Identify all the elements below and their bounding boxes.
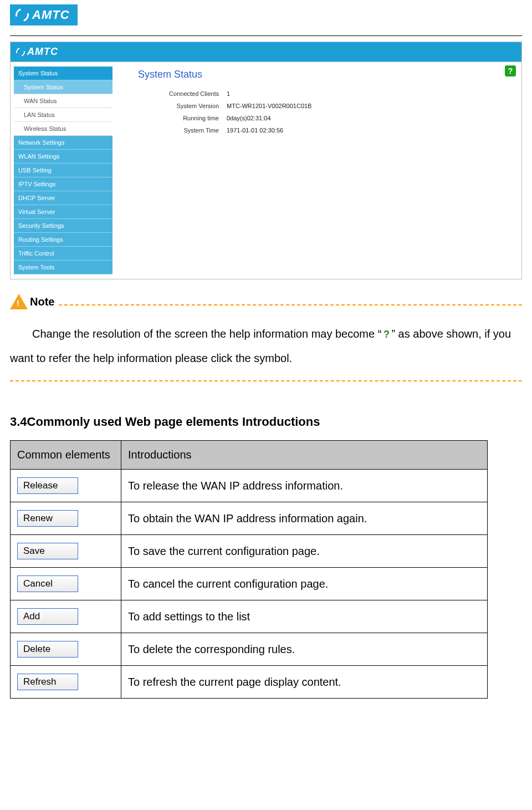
warning-icon xyxy=(10,294,28,309)
table-desc: To save the current configuration page. xyxy=(121,535,488,568)
admin-sidebar: System Status System Status WAN Status L… xyxy=(11,62,116,279)
elements-table: Common elements Introductions Release To… xyxy=(10,440,488,699)
sidebar-group-dhcp-server[interactable]: DHCP Server xyxy=(14,191,112,205)
table-row: Renew To obtain the WAN IP address infor… xyxy=(11,502,488,535)
add-button[interactable]: Add xyxy=(17,608,78,625)
sidebar-group-label: Security Settings xyxy=(18,222,64,229)
help-icon[interactable]: ? xyxy=(505,65,516,77)
status-row: System Time1971-01-01 02:30:56 xyxy=(138,127,511,134)
document-page: AMTC AMTC System Status System Status WA… xyxy=(0,0,532,699)
status-row: System VersionMTC-WR1201-V002R001C01B xyxy=(138,103,511,109)
table-header-elements: Common elements xyxy=(11,441,121,470)
table-row: Delete To delete the corresponding rules… xyxy=(11,633,488,666)
help-icon-glyph: ? xyxy=(508,67,513,75)
status-row: Connected Clients1 xyxy=(138,90,511,97)
table-desc: To add settings to the list xyxy=(121,600,488,633)
admin-content: ? System Status Connected Clients1 Syste… xyxy=(116,62,521,279)
sidebar-group-label: Triffic Control xyxy=(18,250,54,257)
sidebar-item-label: System Status xyxy=(24,84,63,90)
status-key: Running time xyxy=(138,115,227,121)
table-row: Refresh To refresh the current page disp… xyxy=(11,666,488,699)
admin-body: System Status System Status WAN Status L… xyxy=(11,62,521,279)
section-heading: 3.4Commonly used Web page elements Intro… xyxy=(10,415,522,429)
sidebar-group-iptv-settings[interactable]: IPTV Settings xyxy=(14,177,112,191)
status-value: 1971-01-01 02:30:56 xyxy=(227,127,283,134)
content-title: System Status xyxy=(138,69,511,80)
sidebar-group-security-settings[interactable]: Security Settings xyxy=(14,219,112,233)
note-end-divider xyxy=(10,380,522,381)
status-value: 1 xyxy=(227,90,230,97)
sidebar-group-label: WLAN Settings xyxy=(18,153,60,160)
note-dashed-line xyxy=(59,304,522,305)
sidebar-item-label: WAN Status xyxy=(24,98,57,104)
question-mark-icon: ? xyxy=(381,330,391,340)
status-key: System Version xyxy=(138,103,227,109)
sidebar-group-virtual-server[interactable]: Virtual Server xyxy=(14,205,112,219)
sidebar-item-label: LAN Status xyxy=(24,111,55,118)
status-key: Connected Clients xyxy=(138,90,227,97)
note-header: Note xyxy=(10,294,522,309)
release-button[interactable]: Release xyxy=(17,477,78,494)
logo-swoosh-icon xyxy=(13,6,32,24)
save-button[interactable]: Save xyxy=(17,543,78,559)
sidebar-group-label: Network Settings xyxy=(18,139,64,146)
table-desc: To obtain the WAN IP address information… xyxy=(121,502,488,535)
status-key: System Time xyxy=(138,127,227,134)
status-value: 0day(s)02:31:04 xyxy=(227,115,271,121)
sidebar-group-usb-setting[interactable]: USB Setting xyxy=(14,164,112,177)
brand-text: AMTC xyxy=(32,8,70,22)
sidebar-item-system-status[interactable]: System Status xyxy=(14,80,112,94)
delete-button[interactable]: Delete xyxy=(17,641,78,658)
admin-brand-logo: AMTC xyxy=(16,46,58,58)
status-row: Running time0day(s)02:31:04 xyxy=(138,115,511,121)
table-row: Save To save the current configuration p… xyxy=(11,535,488,568)
refresh-button[interactable]: Refresh xyxy=(17,674,78,690)
table-header-intro: Introductions xyxy=(121,441,488,470)
admin-brand-text: AMTC xyxy=(27,46,58,58)
sidebar-group-routing-settings[interactable]: Routing Settings xyxy=(14,233,112,247)
note-body: Change the resolution of the screen the … xyxy=(10,322,522,370)
sidebar-group-wlan-settings[interactable]: WLAN Settings xyxy=(14,150,112,164)
sidebar-item-lan-status[interactable]: LAN Status xyxy=(14,108,112,122)
note-text-pre: Change the resolution of the screen the … xyxy=(32,328,381,340)
header-divider xyxy=(10,35,522,36)
page-header-logo-bar: AMTC xyxy=(0,0,532,26)
note-label: Note xyxy=(30,296,54,308)
sidebar-group-system-status[interactable]: System Status xyxy=(14,67,112,80)
sidebar-group-label: System Status xyxy=(18,70,58,77)
table-desc: To release the WAN IP address informatio… xyxy=(121,470,488,502)
sidebar-group-label: Routing Settings xyxy=(18,236,63,243)
sidebar-item-wan-status[interactable]: WAN Status xyxy=(14,94,112,108)
sidebar-group-label: System Tools xyxy=(18,264,54,271)
sidebar-group-label: Virtual Server xyxy=(18,208,55,215)
table-header-row: Common elements Introductions xyxy=(11,441,488,470)
table-desc: To refresh the current page display cont… xyxy=(121,666,488,699)
admin-logo-swoosh-icon xyxy=(14,46,27,58)
cancel-button[interactable]: Cancel xyxy=(17,575,78,592)
table-row: Release To release the WAN IP address in… xyxy=(11,470,488,502)
admin-screenshot: AMTC System Status System Status WAN Sta… xyxy=(10,42,522,279)
sidebar-group-system-tools[interactable]: System Tools xyxy=(14,261,112,274)
sidebar-group-label: DHCP Server xyxy=(18,195,55,201)
table-row: Add To add settings to the list xyxy=(11,600,488,633)
sidebar-group-traffic-control[interactable]: Triffic Control xyxy=(14,247,112,261)
sidebar-group-label: IPTV Settings xyxy=(18,181,55,187)
sidebar-item-label: Wireless Status xyxy=(24,125,66,132)
status-value: MTC-WR1201-V002R001C01B xyxy=(227,103,311,109)
table-desc: To cancel the current configuration page… xyxy=(121,568,488,600)
sidebar-group-network-settings[interactable]: Network Settings xyxy=(14,136,112,150)
table-desc: To delete the corresponding rules. xyxy=(121,633,488,666)
sidebar-item-wireless-status[interactable]: Wireless Status xyxy=(14,122,112,136)
brand-logo: AMTC xyxy=(10,4,78,26)
sidebar-group-label: USB Setting xyxy=(18,167,52,174)
admin-topbar: AMTC xyxy=(11,42,521,62)
renew-button[interactable]: Renew xyxy=(17,510,78,527)
table-row: Cancel To cancel the current configurati… xyxy=(11,568,488,600)
